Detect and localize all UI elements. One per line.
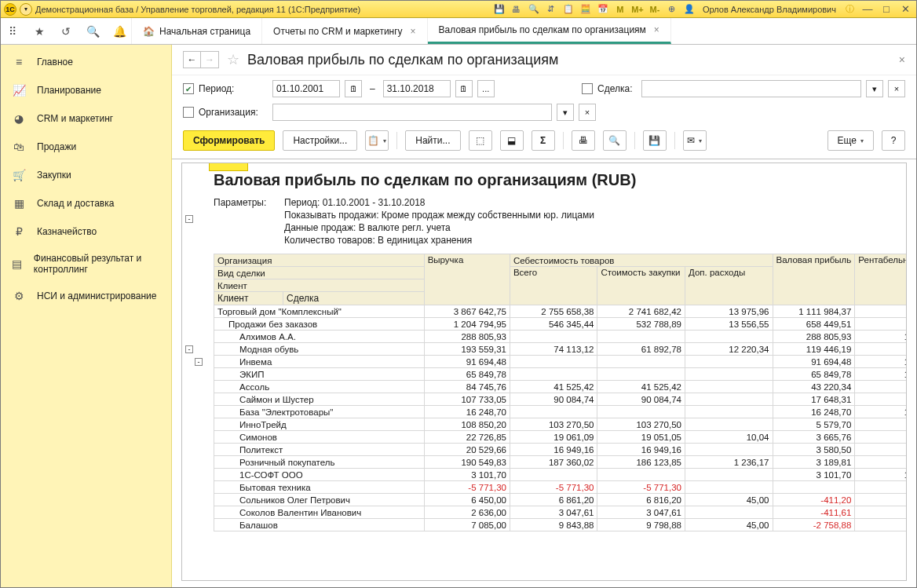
sidebar-item-crm[interactable]: ◕CRM и маркетинг [1,104,171,133]
table-row[interactable]: 1С-СОФТ ООО3 101,703 101,70100,00 [214,469,908,481]
deal-clear-icon[interactable]: × [888,80,905,97]
calendar-from-icon[interactable]: 🗓 [345,80,362,97]
table-row[interactable]: Симонов22 726,8519 061,0919 051,0510,043… [214,431,908,444]
table-row[interactable]: Ассоль84 745,7641 525,4241 525,4243 220,… [214,381,908,393]
sidebar-item-treasury[interactable]: ₽Казначейство [1,217,171,246]
date-from-input[interactable] [272,80,340,97]
table-row[interactable]: Политекст20 529,6616 949,1616 949,163 58… [214,444,908,456]
favorites-icon[interactable]: ★ [32,24,46,38]
th-revenue[interactable]: Выручка [424,254,510,305]
generate-button[interactable]: Сформировать [183,130,275,151]
th-cost-total[interactable]: Всего [510,267,597,305]
table-row[interactable]: Инвема91 694,4891 694,48100,00 [214,356,908,368]
tree-toggle[interactable]: - [185,345,193,353]
notifications-icon[interactable]: 🔔 [112,24,126,38]
tab-gross-profit[interactable]: Валовая прибыль по сделкам по организаци… [428,18,671,44]
apps-icon[interactable]: ⠿ [5,24,20,38]
th-cost[interactable]: Себестоимость товаров [510,254,773,267]
window-restore-icon[interactable]: □ [879,3,894,15]
table-row[interactable]: Саймон и Шустер107 733,0590 084,7490 084… [214,393,908,406]
save-icon[interactable]: 💾 [492,3,506,16]
deal-input[interactable] [641,80,861,97]
find-button[interactable]: Найти... [405,130,460,151]
deal-dropdown-icon[interactable]: ▾ [866,80,883,97]
clipboard-icon[interactable]: 📋 [561,3,575,16]
th-rent[interactable]: Рентабельность, % [855,254,907,305]
window-minimize-icon[interactable]: — [860,3,875,15]
font-small-icon[interactable]: M- [648,3,662,16]
search-icon[interactable]: 🔍 [86,24,100,38]
table-row[interactable]: Соколов Валентин Иванович2 636,003 047,6… [214,506,908,519]
org-dropdown-icon[interactable]: ▾ [557,104,574,121]
org-clear-icon[interactable]: × [579,104,596,121]
sidebar-item-purchases[interactable]: 🛒Закупки [1,161,171,189]
th-client[interactable]: Клиент [214,279,425,292]
preview-button[interactable]: 🔍 [603,130,627,151]
calendar-icon[interactable]: 📅 [596,3,610,16]
tab-crm-reports[interactable]: Отчеты по CRM и маркетингу × [262,18,428,44]
titlebar-dropdown-icon[interactable]: ▾ [20,3,32,16]
table-row[interactable]: ИнноТрейд108 850,20103 270,50103 270,505… [214,418,908,431]
date-to-input[interactable] [383,80,451,97]
sidebar-item-planning[interactable]: 📈Планирование [1,76,171,104]
font-large-icon[interactable]: M+ [630,3,645,16]
period-picker-button[interactable]: ... [477,80,495,97]
sidebar-item-main[interactable]: ≡Главное [1,48,171,76]
table-row[interactable]: Бытовая техника-5 771,30-5 771,30-5 771,… [214,481,908,494]
window-close-icon[interactable]: ✕ [897,3,913,15]
th-cost-purchase[interactable]: Стоимость закупки [597,267,685,305]
font-normal-icon[interactable]: M [613,3,627,16]
print-icon[interactable]: 🖶 [510,3,524,16]
sidebar-item-admin[interactable]: ⚙НСИ и администрирование [1,282,171,310]
copy-settings-button[interactable]: 📋▾ [365,130,389,151]
th-cost-extra[interactable]: Доп. расходы [685,267,773,305]
tree-toggle[interactable]: - [185,215,193,223]
sum-button[interactable]: Σ [532,130,555,151]
table-row[interactable]: Продажи без заказов1 204 794,95546 345,4… [214,318,908,331]
table-row[interactable]: Розничный покупатель190 549,83187 360,02… [214,456,908,469]
sidebar-item-sales[interactable]: 🛍Продажи [1,133,171,161]
table-row[interactable]: База "Электротовары"16 248,7016 248,7010… [214,406,908,418]
help-button[interactable]: ? [882,130,905,151]
deal-checkbox[interactable]: ✔ [582,83,593,94]
calculator-icon[interactable]: 🧮 [579,3,593,16]
page-close-icon[interactable]: × [899,53,905,66]
org-checkbox[interactable]: ✔ [183,107,194,118]
table-row[interactable]: ЭКИП65 849,7865 849,78100,00 [214,368,908,381]
history-icon[interactable]: ↺ [59,24,73,38]
user-icon[interactable]: 👤 [682,3,696,16]
send-mail-button[interactable]: ✉▾ [683,130,707,151]
print-button[interactable]: 🖶 [572,130,595,151]
sidebar-item-finance[interactable]: ▤Финансовый результат и контроллинг [1,246,171,282]
back-button[interactable]: ← [184,52,201,68]
favorite-icon[interactable]: ☆ [227,51,239,68]
period-checkbox[interactable]: ✔ [183,83,194,94]
collapse-tree-button[interactable]: ⬓ [500,130,524,151]
info-icon[interactable]: ⓘ [842,3,857,16]
table-row[interactable]: Торговый дом "Комплексный"3 867 642,752 … [214,305,908,318]
org-input[interactable] [272,104,552,121]
tab-home[interactable]: 🏠 Начальная страница [132,18,262,44]
expand-tree-button[interactable]: ⬚ [469,130,492,151]
th-org[interactable]: Организация [214,254,425,267]
th-client-deal[interactable]: КлиентСделка [214,292,425,305]
calendar-to-icon[interactable]: 🗓 [455,80,473,97]
preview-icon[interactable]: 🔍 [527,3,541,16]
close-icon[interactable]: × [654,24,659,35]
tree-toggle[interactable]: - [195,358,203,366]
compare-icon[interactable]: ⇵ [544,3,558,16]
save-report-button[interactable]: 💾 [643,130,667,151]
th-dealtype[interactable]: Вид сделки [214,267,425,279]
forward-button[interactable]: → [201,52,218,68]
table-row[interactable]: Модная обувь193 559,3174 113,1261 892,78… [214,343,908,356]
report-area[interactable]: Валовая прибыль по сделкам по организаци… [181,163,907,581]
close-icon[interactable]: × [411,26,416,37]
sidebar-item-warehouse[interactable]: ▦Склад и доставка [1,189,171,217]
table-row[interactable]: Балашов7 085,009 843,889 798,8845,00-2 7… [214,519,908,531]
table-row[interactable]: Алхимов А.А.288 805,93288 805,93100,00 [214,331,908,343]
settings-button[interactable]: Настройки... [283,130,357,151]
zoom-icon[interactable]: ⊕ [665,3,679,16]
table-row[interactable]: Сольников Олег Петрович6 450,006 861,206… [214,494,908,506]
more-button[interactable]: Еще▾ [827,130,874,151]
th-gross[interactable]: Валовая прибыль [773,254,855,305]
